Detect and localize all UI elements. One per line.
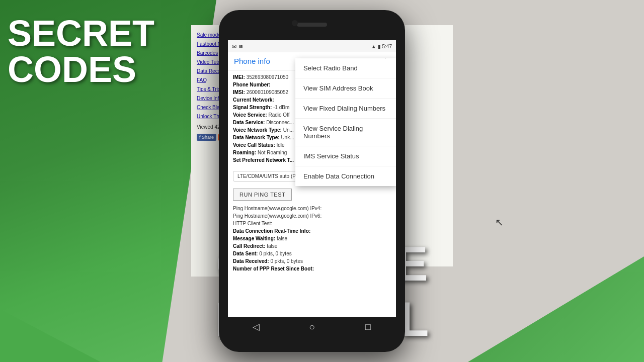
- ppp-reset: Number of PPP Reset Since Boot:: [233, 265, 391, 273]
- status-bar-left: ✉ ≋: [232, 43, 243, 50]
- status-battery-icon: ▮: [378, 44, 381, 49]
- message-waiting: Message Waiting: false: [233, 235, 391, 242]
- secret-line2: CODES: [8, 51, 199, 87]
- status-signal-icon: ▲: [371, 44, 376, 49]
- status-bar-right: ▲ ▮ 5:47: [371, 44, 392, 49]
- back-button[interactable]: ◁: [250, 321, 262, 333]
- call-redirect: Call Redirect: false: [233, 242, 391, 250]
- menu-item-view-service-dialing[interactable]: View Service Dialing Numbers: [295, 119, 396, 146]
- menu-item-ims-service-status[interactable]: IMS Service Status: [295, 146, 396, 166]
- status-wifi-icon: ≋: [238, 43, 243, 50]
- data-connection-header: Data Connection Real-Time Info:: [233, 227, 391, 235]
- phone-nav-bar: ◁ ○ □: [228, 317, 396, 337]
- menu-item-enable-data-connection[interactable]: Enable Data Connection: [295, 166, 396, 186]
- secret-line1: SECRET: [8, 15, 199, 51]
- network-value: LTE/CDMA/UMTS auto (PRL): [237, 173, 304, 179]
- status-bar: ✉ ≋ ▲ ▮ 5:47: [228, 40, 396, 52]
- data-received: Data Received: 0 pkts, 0 bytes: [233, 257, 391, 265]
- home-button[interactable]: ○: [306, 321, 318, 333]
- ping-info-section: Ping Hostname(www.google.com) IPv4: Ping…: [228, 204, 396, 276]
- menu-item-select-radio-band[interactable]: Select Radio Band: [295, 58, 396, 78]
- recents-button[interactable]: □: [362, 321, 374, 333]
- http-client-test: HTTP Client Test:: [233, 220, 391, 227]
- menu-item-view-fixed-dialing[interactable]: View Fixed Dialing Numbers: [295, 99, 396, 119]
- phone-device: ✉ ≋ ▲ ▮ 5:47 Phone info ⋮ IMEI: 35269308…: [219, 10, 405, 352]
- phone-screen: ✉ ≋ ▲ ▮ 5:47 Phone info ⋮ IMEI: 35269308…: [228, 40, 396, 317]
- phone-speaker: [297, 23, 327, 27]
- dropdown-menu: Select Radio Band View SIM Address Book …: [295, 58, 396, 186]
- phone-camera: [292, 20, 298, 26]
- facebook-share[interactable]: f Share: [197, 134, 216, 141]
- status-time: 5:47: [382, 44, 392, 49]
- status-email-icon: ✉: [232, 43, 236, 50]
- menu-item-view-sim-address-book[interactable]: View SIM Address Book: [295, 78, 396, 99]
- run-ping-test-button[interactable]: RUN PING TEST: [233, 189, 292, 201]
- ping-ipv4: Ping Hostname(www.google.com) IPv4:: [233, 205, 391, 212]
- ping-ipv6: Ping Hostname(www.google.com) IPv6:: [233, 212, 391, 220]
- data-sent: Data Sent: 0 pkts, 0 bytes: [233, 250, 391, 257]
- secret-codes-heading: SECRET CODES: [8, 15, 199, 87]
